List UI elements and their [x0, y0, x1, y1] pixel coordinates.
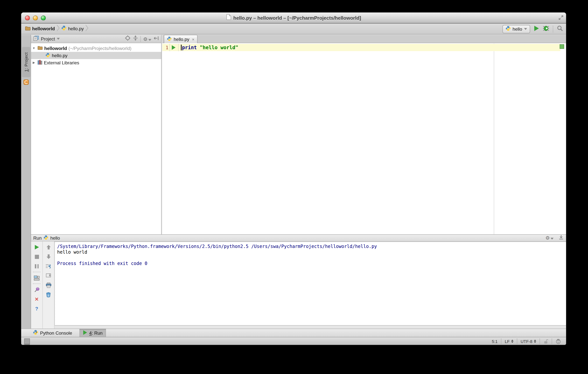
code-line-1[interactable]: 1 print "hello world" — [162, 44, 560, 51]
editor-tab-label: hello.py — [174, 37, 189, 42]
breadcrumb-project[interactable]: helloworld — [32, 26, 55, 32]
collapse-all-icon[interactable] — [133, 35, 138, 43]
pause-output-button[interactable] — [33, 264, 40, 269]
toolbar-separator — [33, 272, 41, 272]
pin-tab-button[interactable] — [33, 287, 40, 292]
project-panel: Project ⚙ — [31, 35, 162, 234]
breadcrumb: helloworld hello.py — [25, 25, 89, 33]
close-tab-icon[interactable]: × — [192, 37, 194, 42]
caret-position-widget[interactable]: 5:1 — [488, 338, 501, 344]
python-file-icon — [167, 36, 172, 43]
print-icon[interactable] — [45, 282, 52, 288]
readonly-lock-icon[interactable] — [540, 338, 552, 344]
fullscreen-resize-icon[interactable] — [558, 15, 564, 22]
right-margin-guide — [494, 43, 494, 234]
run-panel-title: Run — [33, 235, 42, 241]
tree-collapsed-icon[interactable]: ▶ — [32, 61, 36, 64]
title-bar[interactable]: hello.py – helloworld – [~/PycharmProjec… — [21, 12, 566, 23]
hide-panel-down-icon[interactable] — [558, 235, 564, 241]
run-tool-button-label: 4: Run — [89, 330, 103, 336]
window-title: hello.py – helloworld – [~/PycharmProjec… — [233, 15, 361, 21]
soft-wrap-icon[interactable] — [45, 264, 52, 269]
chevron-right-icon — [85, 25, 89, 33]
settings-gear-icon[interactable]: ⚙ — [546, 235, 554, 241]
clear-all-icon[interactable] — [45, 292, 52, 297]
project-tool-window-tab-label: 1: Project — [24, 53, 28, 72]
console-output[interactable]: /System/Library/Frameworks/Python.framew… — [54, 242, 566, 326]
console-line: /System/Library/Frameworks/Python.framew… — [57, 244, 566, 249]
code-editor[interactable]: 1 print "hello world" — [162, 43, 566, 234]
toolbar-separator — [553, 26, 554, 32]
run-configuration-label: hello — [513, 26, 522, 32]
editor-tab-strip: hello.py × — [162, 35, 566, 43]
tree-node-path: (~/PycharmProjects/helloworld) — [68, 46, 131, 51]
project-tool-window-tab[interactable]: 1: Project — [22, 47, 30, 77]
line-number: 1 — [162, 45, 168, 50]
close-window-button[interactable] — [25, 15, 30, 20]
minimize-window-button[interactable] — [33, 15, 38, 20]
console-toolbar — [43, 242, 54, 329]
tree-expanded-icon[interactable]: ▼ — [32, 47, 36, 50]
library-icon — [37, 60, 42, 66]
locate-file-icon[interactable] — [125, 35, 131, 43]
chevron-right-icon — [56, 25, 60, 33]
tree-row-project-root[interactable]: ▼ helloworld (~/PycharmProjects/hellowor… — [31, 45, 161, 52]
close-panel-button[interactable]: ✕ — [33, 296, 40, 302]
traffic-lights — [25, 15, 46, 20]
encoding-widget[interactable]: UTF-8 — [517, 338, 540, 344]
code-string: "hello world" — [200, 45, 238, 50]
code-keyword: print — [182, 45, 200, 50]
document-icon — [226, 14, 231, 21]
next-occurrence-icon[interactable] — [45, 254, 52, 259]
run-button[interactable] — [534, 25, 539, 33]
status-bar: 5:1 LF UTF-8 — [21, 337, 566, 345]
inspection-status-indicator[interactable] — [560, 44, 564, 49]
restore-layout-button[interactable] — [33, 275, 40, 280]
tree-row-hello-py[interactable]: hello.py — [31, 52, 161, 59]
console-line: Process finished with exit code 0 — [57, 261, 566, 267]
stop-button[interactable] — [33, 254, 40, 259]
run-panel-header[interactable]: Run hello ⚙ — [31, 234, 566, 242]
tree-row-external-libraries[interactable]: ▶ External Libraries — [31, 59, 161, 66]
text-caret — [181, 45, 182, 50]
project-panel-title[interactable]: Project — [41, 36, 55, 42]
editor-tab-hello-py[interactable]: hello.py × — [164, 35, 198, 43]
tree-node-name: helloworld — [44, 46, 67, 51]
run-configuration-select[interactable]: hello — [502, 25, 530, 33]
breadcrumb-file[interactable]: hello.py — [68, 26, 84, 32]
run-tool-window: Run hello ⚙ — [31, 234, 566, 329]
hide-panel-icon[interactable] — [154, 35, 159, 42]
toggle-tool-buttons-icon[interactable] — [24, 338, 30, 344]
project-tree: ▼ helloworld (~/PycharmProjects/hellowor… — [31, 43, 161, 66]
highlighting-level-hector-icon[interactable] — [552, 338, 565, 344]
help-button[interactable]: ? — [33, 306, 40, 311]
settings-gear-icon[interactable]: ⚙ — [143, 35, 151, 42]
rerun-button[interactable] — [33, 245, 40, 250]
debug-button[interactable] — [543, 25, 549, 33]
editor-area: hello.py × 1 print "hello world" — [162, 35, 566, 234]
project-panel-header: Project ⚙ — [31, 35, 161, 43]
line-separator-widget[interactable]: LF — [501, 338, 517, 344]
scroll-to-end-icon[interactable] — [45, 273, 52, 278]
zoom-window-button[interactable] — [41, 15, 46, 20]
updown-chevrons-icon — [511, 340, 514, 343]
prev-occurrence-icon[interactable] — [45, 245, 52, 250]
chevron-down-icon[interactable] — [57, 38, 60, 40]
python-console-icon — [33, 330, 38, 336]
run-line-gutter-icon[interactable] — [170, 45, 177, 50]
updown-chevrons-icon — [534, 340, 536, 343]
python-file-icon — [61, 25, 67, 32]
search-icon[interactable] — [557, 25, 563, 33]
run-tool-button[interactable]: 4: Run — [79, 329, 106, 337]
folder-icon — [25, 25, 31, 32]
run-control-toolbar: ✕ ? — [31, 242, 43, 329]
toolbar-separator — [33, 284, 41, 284]
pycharm-logo-icon — [23, 79, 29, 86]
python-console-label: Python Console — [40, 330, 72, 336]
tree-node-name: hello.py — [52, 53, 68, 58]
run-panel-config-name: hello — [50, 235, 60, 241]
project-view-icon — [33, 35, 39, 42]
python-icon — [43, 235, 48, 241]
python-file-icon — [45, 53, 50, 58]
python-console-tool-button[interactable]: Python Console — [30, 329, 75, 337]
